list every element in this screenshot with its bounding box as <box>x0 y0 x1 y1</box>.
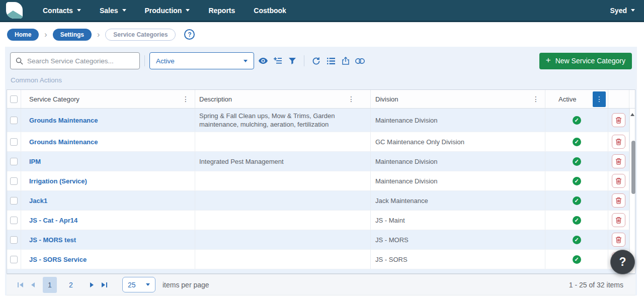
nav-item-reports[interactable]: Reports <box>208 7 235 15</box>
delete-column-header <box>608 90 629 108</box>
service-category-link[interactable]: Irrigation (Service) <box>29 177 87 185</box>
page-number-1[interactable]: 1 <box>43 277 57 293</box>
service-category-link[interactable]: Grounds Maintenance <box>29 117 98 124</box>
row-checkbox[interactable] <box>10 197 18 205</box>
division-text: JS - Maint <box>375 216 405 225</box>
breadcrumb-item-service-categories[interactable]: Service Categories <box>105 29 176 41</box>
service-category-link[interactable]: Jack1 <box>29 197 47 205</box>
category-cell: IPM <box>21 152 195 171</box>
select-all-cell <box>7 90 21 108</box>
division-text: JS - MORS <box>375 236 409 244</box>
row-select-cell <box>7 152 21 171</box>
list-view-button[interactable] <box>324 53 338 68</box>
common-actions-link[interactable]: Common Actions <box>11 76 62 84</box>
export-button[interactable] <box>338 53 353 68</box>
row-checkbox[interactable] <box>10 256 18 263</box>
logo-mountain-icon <box>6 11 23 19</box>
delete-button[interactable] <box>612 113 625 127</box>
user-name-label: Syed <box>610 7 627 15</box>
chevron-separator-icon: › <box>44 30 47 39</box>
next-page-button[interactable] <box>90 278 94 291</box>
column-menu-icon[interactable]: ⋮ <box>181 95 191 103</box>
page-number-2[interactable]: 2 <box>64 277 78 293</box>
app-logo[interactable] <box>6 2 23 19</box>
copy-link-button[interactable] <box>353 53 367 68</box>
row-checkbox[interactable] <box>10 177 18 185</box>
delete-button[interactable] <box>612 135 625 149</box>
service-category-link[interactable]: JS - MORS test <box>29 236 76 244</box>
service-category-header-label[interactable]: Service Category <box>29 95 79 103</box>
nav-item-label: Sales <box>100 7 118 15</box>
chevron-down-icon <box>244 60 248 64</box>
active-cell: ✓ <box>545 211 608 230</box>
breadcrumb-item-home[interactable]: Home <box>7 29 39 41</box>
division-header-label[interactable]: Division <box>375 95 398 103</box>
visibility-button[interactable] <box>256 53 270 68</box>
plus-icon: + <box>546 55 551 65</box>
row-checkbox[interactable] <box>10 236 18 244</box>
active-cell: ✓ <box>545 152 608 171</box>
previous-page-button[interactable] <box>31 278 35 291</box>
table-row: Grounds MaintenanceSpring & Fall Clean u… <box>7 109 629 132</box>
delete-cell <box>608 191 629 210</box>
active-check-icon: ✓ <box>573 116 581 125</box>
delete-button[interactable] <box>612 154 625 168</box>
column-header-description: Description ⋮ <box>195 90 371 108</box>
vertical-scrollbar[interactable] <box>629 109 635 273</box>
table-body-rows: Grounds MaintenanceSpring & Fall Clean u… <box>7 109 629 273</box>
status-filter-select[interactable]: Active <box>149 52 254 69</box>
last-page-icon <box>102 282 105 287</box>
service-category-link[interactable]: JS - SORS Service <box>29 256 87 263</box>
trash-icon <box>615 138 622 145</box>
chevron-down-icon <box>186 9 190 14</box>
column-menu-active-icon[interactable]: ⋮ <box>593 91 606 107</box>
service-category-link[interactable]: IPM <box>29 158 41 165</box>
add-column-button[interactable] <box>270 53 285 68</box>
nav-item-contacts[interactable]: Contacts <box>43 7 81 15</box>
service-category-link[interactable]: JS - Cat - Apr14 <box>29 217 77 224</box>
category-cell: JS - MORS test <box>21 230 195 249</box>
delete-button[interactable] <box>612 233 625 247</box>
page-numbers: 12 <box>43 277 85 293</box>
delete-cell <box>608 109 629 132</box>
row-checkbox[interactable] <box>10 158 18 165</box>
filter-button[interactable] <box>285 53 299 68</box>
active-header-label[interactable]: Active <box>558 95 576 103</box>
scrollbar-thumb[interactable] <box>631 141 635 194</box>
last-page-button[interactable] <box>102 278 107 291</box>
delete-button[interactable] <box>612 174 625 188</box>
description-header-label[interactable]: Description <box>199 95 232 103</box>
row-checkbox[interactable] <box>10 117 18 124</box>
table-row: IPMIntegrated Pest ManagementMaintenance… <box>7 152 629 171</box>
nav-item-sales[interactable]: Sales <box>100 7 126 15</box>
description-cell <box>195 171 371 190</box>
service-categories-grid: Service Category ⋮ Description ⋮ Divisio… <box>7 89 635 274</box>
column-menu-icon[interactable]: ⋮ <box>531 95 541 103</box>
help-fab-button[interactable]: ? <box>610 250 635 274</box>
help-icon[interactable]: ? <box>184 29 195 40</box>
breadcrumb-item-settings[interactable]: Settings <box>53 29 92 41</box>
description-cell <box>195 250 371 269</box>
column-menu-icon[interactable]: ⋮ <box>346 95 356 103</box>
description-text: Integrated Pest Management <box>199 157 284 166</box>
row-checkbox[interactable] <box>10 138 18 146</box>
refresh-button[interactable] <box>309 53 324 68</box>
chevron-separator-icon: › <box>97 30 100 39</box>
breadcrumb-bar: Home›Settings›Service Categories ? <box>0 22 644 47</box>
first-page-button[interactable] <box>18 278 23 291</box>
select-all-checkbox[interactable] <box>10 95 18 103</box>
search-input[interactable] <box>27 57 134 65</box>
row-checkbox[interactable] <box>10 217 18 224</box>
new-service-category-button[interactable]: + New Service Category <box>539 53 632 69</box>
description-cell <box>195 132 371 151</box>
description-cell <box>195 191 371 210</box>
trash-icon <box>615 177 622 184</box>
delete-button[interactable] <box>612 213 625 227</box>
nav-item-costbook[interactable]: Costbook <box>254 7 286 15</box>
user-menu[interactable]: Syed <box>610 7 635 15</box>
service-category-link[interactable]: Grounds Maintenance <box>29 138 98 146</box>
nav-item-production[interactable]: Production <box>145 7 190 15</box>
page-size-select[interactable]: 25 <box>122 277 155 292</box>
delete-button[interactable] <box>612 193 625 208</box>
scroll-up-icon[interactable] <box>630 111 634 116</box>
